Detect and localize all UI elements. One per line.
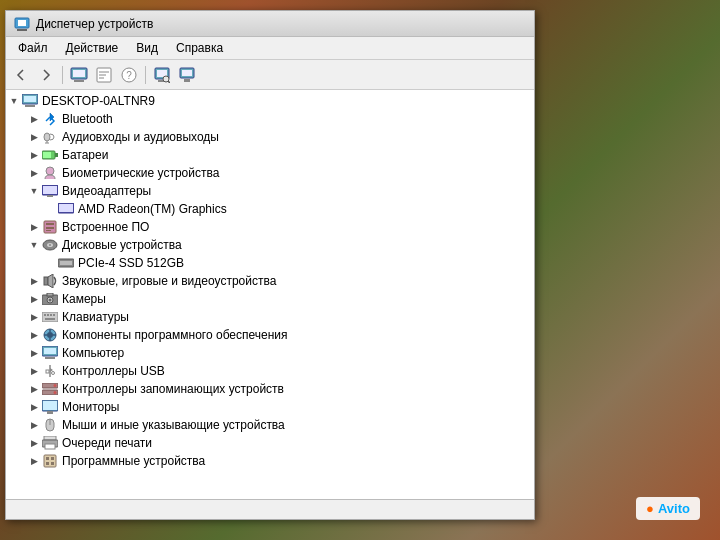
expand-computer[interactable]: ▶ <box>26 345 42 361</box>
forward-button[interactable] <box>35 64 57 86</box>
properties-button[interactable] <box>93 64 115 86</box>
firmware-icon <box>42 219 58 235</box>
tree-item-computer[interactable]: ▶ Компьютер <box>6 344 534 362</box>
svg-rect-22 <box>25 105 35 107</box>
tree-item-ssd[interactable]: PCIe-4 SSD 512GB <box>6 254 534 272</box>
expand-storage[interactable]: ▶ <box>26 381 42 397</box>
item-label-batteries: Батареи <box>62 148 108 162</box>
tree-item-amd[interactable]: AMD Radeon(TM) Graphics <box>6 200 534 218</box>
svg-rect-53 <box>53 314 55 316</box>
tree-item-batteries[interactable]: ▶ Батареи <box>6 146 534 164</box>
expand-disk[interactable]: ▼ <box>26 237 42 253</box>
svg-rect-1 <box>17 29 27 31</box>
expand-firmware[interactable]: ▶ <box>26 219 42 235</box>
item-label-biometric: Биометрические устройства <box>62 166 219 180</box>
title-bar: Диспетчер устройств <box>6 11 534 37</box>
help-button[interactable]: ? <box>118 64 140 86</box>
expand-sound[interactable]: ▶ <box>26 273 42 289</box>
svg-rect-4 <box>73 70 85 77</box>
expand-usb[interactable]: ▶ <box>26 363 42 379</box>
svg-rect-21 <box>24 96 36 102</box>
audio-icon <box>42 129 58 145</box>
tree-item-software-dev[interactable]: ▶ Программные устройства <box>6 452 534 470</box>
tree-item-bluetooth[interactable]: ▶ Bluetooth <box>6 110 534 128</box>
tree-item-video[interactable]: ▼ Видеоадаптеры <box>6 182 534 200</box>
expand-mice[interactable]: ▶ <box>26 417 42 433</box>
svg-point-48 <box>49 299 52 302</box>
svg-rect-31 <box>43 186 57 194</box>
storage-icon <box>42 381 58 397</box>
tree-item-usb[interactable]: ▶ Контроллеры USB <box>6 362 534 380</box>
expand-cameras[interactable]: ▶ <box>26 291 42 307</box>
svg-point-29 <box>46 167 54 175</box>
tree-item-disk[interactable]: ▼ Дисковые устройства <box>6 236 534 254</box>
svg-rect-50 <box>44 314 46 316</box>
monitor-icon <box>42 399 58 415</box>
svg-rect-65 <box>46 370 49 373</box>
expand-video[interactable]: ▼ <box>26 183 42 199</box>
svg-point-69 <box>54 384 57 387</box>
item-label-computer: Компьютер <box>62 346 124 360</box>
expand-keyboards[interactable]: ▶ <box>26 309 42 325</box>
avito-badge: ● Avito <box>636 497 700 520</box>
tree-item-firmware[interactable]: ▶ Встроенное ПО <box>6 218 534 236</box>
tree-root-item[interactable]: ▼ DESKTOP-0ALTNR9 <box>6 92 534 110</box>
usb-icon <box>42 363 58 379</box>
tree-item-biometric[interactable]: ▶ Биометрические устройства <box>6 164 534 182</box>
item-label-amd: AMD Radeon(TM) Graphics <box>78 202 227 216</box>
expand-batteries[interactable]: ▶ <box>26 147 42 163</box>
item-label-monitors: Мониторы <box>62 400 119 414</box>
item-label-bluetooth: Bluetooth <box>62 112 113 126</box>
svg-rect-54 <box>45 318 55 320</box>
tree-item-print[interactable]: ▶ Очереди печати <box>6 434 534 452</box>
item-label-mice: Мыши и иные указывающие устройства <box>62 418 285 432</box>
svg-rect-82 <box>51 462 54 465</box>
tree-item-keyboards[interactable]: ▶ Клавиатуры <box>6 308 534 326</box>
menu-help[interactable]: Справка <box>168 39 231 57</box>
monitor-button[interactable] <box>176 64 198 86</box>
expand-monitors[interactable]: ▶ <box>26 399 42 415</box>
expand-print[interactable]: ▶ <box>26 435 42 451</box>
tree-item-monitors[interactable]: ▶ Мониторы <box>6 398 534 416</box>
item-label-firmware: Встроенное ПО <box>62 220 149 234</box>
expand-audio[interactable]: ▶ <box>26 129 42 145</box>
menu-file[interactable]: Файл <box>10 39 56 57</box>
toolbar-separator-2 <box>145 66 146 84</box>
biometric-icon <box>42 165 58 181</box>
tree-item-storage[interactable]: ▶ Контроллеры запоминающих устройств <box>6 380 534 398</box>
device-tree-content[interactable]: ▼ DESKTOP-0ALTNR9 ▶ <box>6 90 534 499</box>
tree-item-mice[interactable]: ▶ Мыши и иные указывающие устройства <box>6 416 534 434</box>
tree-item-sound[interactable]: ▶ Звуковые, игровые и видеоустройства <box>6 272 534 290</box>
software-icon <box>42 327 58 343</box>
camera-icon <box>42 291 58 307</box>
expand-software-dev[interactable]: ▶ <box>26 453 42 469</box>
svg-rect-52 <box>50 314 52 316</box>
sound-icon <box>42 273 58 289</box>
svg-rect-49 <box>42 312 58 322</box>
tree-item-cameras[interactable]: ▶ Камеры <box>6 290 534 308</box>
menu-bar: Файл Действие Вид Справка <box>6 37 534 60</box>
svg-rect-51 <box>47 314 49 316</box>
svg-rect-37 <box>46 227 54 229</box>
expand-bluetooth[interactable]: ▶ <box>26 111 42 127</box>
scan-button[interactable] <box>151 64 173 86</box>
mouse-icon <box>42 417 58 433</box>
tree-item-audio[interactable]: ▶ Аудиовходы и аудиовыходы <box>6 128 534 146</box>
avito-label: Avito <box>658 501 690 516</box>
expand-biometric[interactable]: ▶ <box>26 165 42 181</box>
expand-root[interactable]: ▼ <box>6 93 22 109</box>
window-title: Диспетчер устройств <box>36 17 526 31</box>
menu-view[interactable]: Вид <box>128 39 166 57</box>
software-dev-icon <box>42 453 58 469</box>
computer-button[interactable] <box>68 64 90 86</box>
menu-action[interactable]: Действие <box>58 39 127 57</box>
svg-rect-5 <box>74 80 84 82</box>
expand-amd <box>42 201 58 217</box>
back-button[interactable] <box>10 64 32 86</box>
expand-software[interactable]: ▶ <box>26 327 42 343</box>
tree-item-software[interactable]: ▶ Компоненты программного обеспечения <box>6 326 534 344</box>
item-label-video: Видеоадаптеры <box>62 184 151 198</box>
status-bar <box>6 499 534 519</box>
computer-item-icon <box>42 345 58 361</box>
svg-rect-2 <box>18 20 26 26</box>
